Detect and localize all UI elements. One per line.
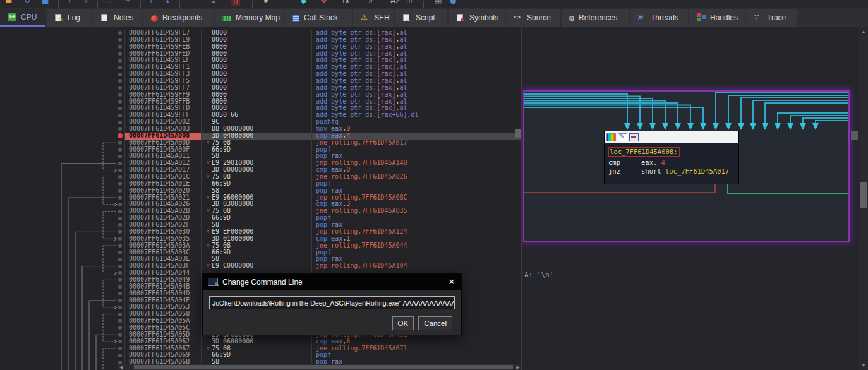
breakpoint-gutter[interactable]	[0, 311, 124, 318]
instruction-cell[interactable]: popf	[311, 352, 521, 359]
tab-call-stack[interactable]: Call Stack	[285, 9, 352, 27]
breakpoint-gutter[interactable]	[0, 325, 124, 331]
breakpoint-gutter[interactable]	[0, 270, 124, 277]
bytes-cell[interactable]: v75 08	[201, 140, 311, 146]
gutter-dot[interactable]	[118, 319, 122, 323]
disasm-row[interactable]: 00007FF61D459FF50000add byte ptr ds:[rax…	[0, 78, 521, 85]
memory-grid-icon[interactable]: ▦	[435, 0, 442, 5]
gutter-dot[interactable]	[118, 223, 122, 227]
disasm-row[interactable]: 00007FF61D459FEB0000add byte ptr ds:[rax…	[0, 44, 521, 51]
window-vscrollbar[interactable]: ▲ ▼	[859, 27, 868, 370]
disasm-row[interactable]: 00007FF61D45A03Av75 08jne rolling.7FF61D…	[0, 242, 521, 249]
gutter-dot[interactable]	[118, 203, 122, 206]
gutter-dot[interactable]	[118, 175, 122, 179]
disasm-row[interactable]: 00007FF61D45A03FvE9 C0000000jmp rolling.…	[0, 263, 521, 270]
gutter-dot[interactable]	[118, 155, 122, 158]
instruction-cell[interactable]: jne rolling.7FF61D45A071	[311, 345, 521, 352]
gutter-dot[interactable]	[118, 271, 122, 275]
breakpoint-gutter[interactable]	[0, 153, 124, 160]
gutter-dot[interactable]	[118, 107, 122, 110]
gutter-dot[interactable]	[118, 313, 122, 316]
instruction-cell[interactable]: jne rolling.7FF61D45A044	[311, 242, 521, 249]
disasm-row[interactable]: 00007FF61D459FFD0000add byte ptr ds:[rax…	[0, 105, 521, 112]
disasm-row[interactable]: 00007FF61D459FFB0000add byte ptr ds:[rax…	[0, 98, 521, 105]
gutter-dot[interactable]	[118, 333, 122, 337]
disasm-row[interactable]: 00007FF61D45A0083D 04000000cmp eax,4	[0, 133, 521, 140]
gutter-dot[interactable]	[118, 31, 122, 35]
breakpoint-gutter[interactable]	[0, 44, 124, 51]
breakpoint-gutter[interactable]	[0, 140, 124, 146]
function-icon[interactable]: fx	[342, 0, 349, 5]
gutter-dot[interactable]	[118, 299, 122, 302]
breakpoint-gutter[interactable]	[0, 331, 124, 338]
hscroll-left-icon[interactable]: ◀	[118, 364, 125, 370]
breakpoint-gutter[interactable]	[0, 215, 124, 222]
step-into-icon[interactable]: ‥	[106, 0, 111, 5]
breakpoint-gutter[interactable]	[0, 249, 124, 256]
disasm-hscrollbar[interactable]: ◀ ▶	[118, 364, 522, 370]
disasm-row[interactable]: 00007FF61D45A02F58pop rax	[0, 222, 521, 229]
breakpoint-gutter[interactable]	[0, 256, 124, 263]
gutter-dot[interactable]	[118, 45, 122, 49]
disasm-row[interactable]: 00007FF61D45A0353D 01000000cmp eax,1	[0, 236, 521, 242]
breakpoint-gutter[interactable]	[0, 352, 124, 359]
restart-icon[interactable]: ↻	[24, 0, 30, 5]
breakpoint-gutter[interactable]	[0, 37, 124, 44]
gutter-dot[interactable]	[118, 251, 122, 254]
close-icon[interactable]: ✕	[442, 277, 461, 287]
breakpoint-gutter[interactable]	[0, 222, 124, 229]
address-cell[interactable]: 00007FF61D459FEB	[124, 44, 201, 51]
color-palette-icon[interactable]	[606, 133, 616, 141]
gutter-dot[interactable]	[118, 354, 122, 357]
gutter-dot[interactable]	[118, 127, 122, 131]
step-over-icon[interactable]: ↷	[124, 0, 130, 5]
open-file-icon[interactable]: ▬	[5, 0, 12, 5]
breakpoint-gutter[interactable]	[0, 78, 124, 85]
tab-handles[interactable]: Handles	[689, 9, 745, 27]
graph-overview-pane[interactable]: loc_7FF61D45A008: cmpeax, 4jnzshort loc_…	[522, 27, 868, 370]
breakpoint-gutter[interactable]	[0, 126, 124, 133]
disasm-row[interactable]: 00007FF61D45A0263D 03000000cmp eax,3	[0, 201, 521, 208]
tab-seh[interactable]: SEH	[353, 9, 394, 27]
help-icon[interactable]: ●	[450, 0, 456, 5]
vscroll-thumb[interactable]	[860, 182, 867, 208]
ok-button[interactable]: OK	[392, 316, 414, 330]
instruction-cell[interactable]: jne rolling.7FF61D45A017	[311, 140, 521, 146]
disasm-row[interactable]: 00007FF61D45A03E58pop rax	[0, 256, 521, 263]
gutter-dot[interactable]	[118, 292, 122, 295]
breakpoint-gutter[interactable]	[0, 85, 124, 92]
instruction-cell[interactable]: add byte ptr ds:[rax+66],dl	[311, 112, 521, 119]
cancel-button[interactable]: Cancel	[418, 316, 452, 330]
disasm-row[interactable]: 00007FF61D459FE90000add byte ptr ds:[rax…	[0, 37, 521, 44]
gutter-dot[interactable]	[118, 340, 122, 343]
breakpoint-gutter[interactable]	[0, 359, 124, 366]
instruction-cell[interactable]: jmp rolling.7FF61D45A104	[311, 263, 521, 270]
tab-cpu[interactable]: CPU	[0, 9, 45, 27]
run-to-return-icon[interactable]: ↧	[164, 0, 171, 5]
disasm-row[interactable]: 00007FF61D45A00Dv75 08jne rolling.7FF61D…	[0, 140, 521, 146]
breakpoint-gutter[interactable]	[0, 201, 124, 208]
gutter-dot[interactable]	[118, 169, 122, 172]
disasm-row[interactable]: 00007FF61D45A02Bv75 08jne rolling.7FF61D…	[0, 208, 521, 215]
breakpoint-gutter[interactable]	[0, 57, 124, 64]
breakpoint-gutter[interactable]	[0, 71, 124, 78]
tab-references[interactable]: References	[562, 9, 629, 27]
gutter-dot[interactable]	[118, 59, 122, 63]
gutter-dot[interactable]	[118, 93, 122, 97]
gutter-dot[interactable]	[118, 66, 122, 69]
disasm-row[interactable]: 00007FF61D45A06966:9Dpopf	[0, 352, 521, 359]
gutter-dot[interactable]	[118, 285, 122, 289]
tab-trace[interactable]: Trace	[746, 9, 797, 27]
breakpoint-gutter[interactable]	[0, 277, 124, 283]
disasm-row[interactable]: 00007FF61D459FF70000add byte ptr ds:[rax…	[0, 85, 521, 92]
disasm-row[interactable]: 00007FF61D45A0173D 00000000cmp eax,0	[0, 167, 521, 174]
dialog-titlebar[interactable]: Change Command Line ✕	[203, 274, 461, 290]
breakpoint-gutter[interactable]	[0, 160, 124, 167]
bytes-cell[interactable]: v75 08	[201, 242, 311, 249]
breakpoint-gutter[interactable]	[0, 64, 124, 71]
breakpoint-gutter[interactable]	[0, 174, 124, 181]
instruction-cell[interactable]: popf	[311, 249, 521, 256]
breakpoint-gutter[interactable]	[0, 30, 124, 37]
tab-memory-map[interactable]: Memory Map	[215, 9, 284, 27]
disasm-row[interactable]: 00007FF61D45A01E66:9Dpopf	[0, 181, 521, 188]
